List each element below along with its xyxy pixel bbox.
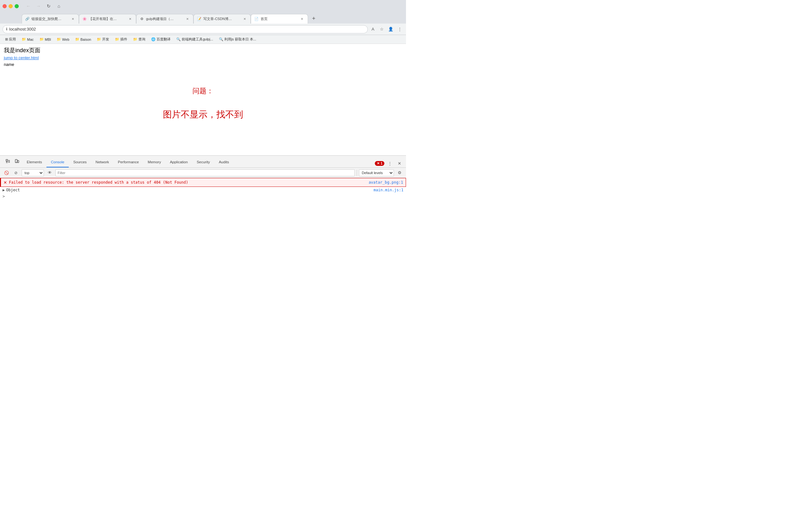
- search-icon-js: 🔍: [219, 37, 223, 41]
- bookmark-baison[interactable]: 📁 Baison: [73, 37, 94, 42]
- tab-title-2: 【花开有期】在…: [89, 16, 126, 21]
- bookmark-label-js: 利用js 获取本日 本...: [224, 37, 256, 42]
- bookmark-web[interactable]: 📁 Web: [54, 37, 72, 42]
- devtools-tab-bar: Elements Console Sources Network Perform…: [0, 156, 406, 168]
- bookmark-apps[interactable]: ⊞ 应用: [3, 36, 18, 42]
- tab-3[interactable]: ⚙ gulp构建项目（… ✕: [136, 14, 193, 24]
- close-button[interactable]: [3, 4, 7, 8]
- folder-icon-plugins: 📁: [115, 37, 119, 41]
- bookmark-label-apps: 应用: [9, 37, 16, 42]
- tab-audits[interactable]: Audits: [215, 157, 233, 167]
- forward-button[interactable]: →: [34, 2, 43, 10]
- bookmark-label-plugins: 插件: [120, 37, 127, 42]
- filter-eye-button[interactable]: 👁: [46, 169, 53, 177]
- search-icon-gulp: 🔍: [176, 37, 181, 41]
- bookmark-label-baison: Baison: [81, 38, 91, 41]
- translate-button[interactable]: A: [369, 26, 377, 33]
- devtools-panel: Elements Console Sources Network Perform…: [0, 155, 406, 254]
- tab-close-5[interactable]: ✕: [300, 16, 305, 22]
- console-error-file2[interactable]: main.min.js:1: [373, 188, 403, 192]
- minimize-button[interactable]: [9, 4, 13, 8]
- console-error-file1[interactable]: avatar_bg.png:1: [369, 180, 403, 184]
- log-levels-select[interactable]: Default levels: [359, 169, 394, 176]
- tab-title-5: 首页: [261, 16, 298, 21]
- address-bar-actions: A ☆ 👤 ⋮: [369, 26, 403, 33]
- bookmark-baidu[interactable]: 🌐 百度翻译: [148, 36, 173, 42]
- tab-console[interactable]: Console: [46, 157, 69, 167]
- inspect-element-button[interactable]: [4, 157, 12, 166]
- svg-rect-0: [6, 160, 8, 161]
- bookmark-mbi[interactable]: 📁 MBI: [37, 37, 54, 42]
- tab-title-3: gulp构建项目（…: [146, 16, 183, 21]
- tab-title-1: 链接提交_加快爬…: [32, 16, 69, 21]
- page-body: 我是index页面 jump to center.html name 问题： 图…: [0, 44, 406, 155]
- tab-2[interactable]: 🌸 【花开有期】在… ✕: [79, 14, 136, 24]
- folder-icon-baison: 📁: [75, 37, 80, 41]
- console-settings-button[interactable]: ⚙: [396, 169, 403, 177]
- folder-icon: 📁: [21, 37, 26, 41]
- devtools-more-button[interactable]: ⋮: [386, 159, 394, 167]
- devtools-right-actions: ✕ 1 ⋮ ✕: [375, 159, 406, 167]
- tab-favicon-4: 📝: [197, 17, 201, 21]
- tab-bar: 🔗 链接提交_加快爬… ✕ 🌸 【花开有期】在… ✕ ⚙ gulp构建项目（… …: [0, 12, 406, 24]
- object-expand-arrow[interactable]: ▶: [3, 188, 5, 192]
- home-button[interactable]: ⌂: [54, 2, 63, 10]
- tab-close-2[interactable]: ✕: [128, 16, 133, 22]
- tab-1[interactable]: 🔗 链接提交_加快爬… ✕: [21, 14, 79, 24]
- profile-button[interactable]: 👤: [387, 26, 395, 33]
- bookmark-plugins[interactable]: 📁 插件: [112, 36, 130, 42]
- bookmark-dev[interactable]: 📁 开发: [94, 36, 112, 42]
- block-requests-button[interactable]: ⊘: [12, 169, 20, 177]
- tab-performance[interactable]: Performance: [114, 157, 143, 167]
- tab-favicon-5: 📄: [254, 17, 259, 21]
- page-link[interactable]: jump to center.html: [4, 55, 402, 60]
- filter-input[interactable]: [55, 169, 355, 176]
- tab-application[interactable]: Application: [166, 157, 192, 167]
- security-icon: ℹ: [6, 27, 7, 31]
- console-toolbar: 🚫 ⊘ top 👁 Default levels ⚙: [0, 168, 406, 178]
- new-tab-button[interactable]: +: [309, 14, 318, 23]
- tab-elements[interactable]: Elements: [22, 157, 46, 167]
- console-object-row: ▶ Object main.min.js:1: [0, 187, 406, 193]
- error-count: 1: [380, 161, 382, 165]
- bookmark-js[interactable]: 🔍 利用js 获取本日 本...: [216, 36, 259, 42]
- clear-console-button[interactable]: 🚫: [3, 169, 10, 177]
- apps-icon: ⊞: [5, 37, 8, 41]
- menu-button[interactable]: ⋮: [396, 26, 403, 33]
- reload-button[interactable]: ↻: [44, 2, 53, 10]
- tab-network[interactable]: Network: [91, 157, 113, 167]
- bookmark-mac[interactable]: 📁 Mac: [19, 37, 36, 42]
- address-bar-row: ℹ localhost:3002 A ☆ 👤 ⋮: [0, 24, 406, 35]
- tab-close-3[interactable]: ✕: [185, 16, 190, 22]
- bookmark-button[interactable]: ☆: [378, 26, 386, 33]
- object-label: Object: [6, 188, 20, 192]
- error-icon: ✕: [377, 161, 379, 165]
- tab-5[interactable]: 📄 首页 ✕: [251, 14, 308, 24]
- tab-close-4[interactable]: ✕: [242, 16, 247, 22]
- maximize-button[interactable]: [15, 4, 19, 8]
- folder-icon-web: 📁: [57, 37, 61, 41]
- address-bar[interactable]: ℹ localhost:3002: [3, 25, 368, 33]
- devtools-left-actions: [3, 155, 22, 167]
- console-error-row: ✕ Failed to load resource: the server re…: [0, 178, 406, 187]
- device-toolbar-button[interactable]: [13, 157, 21, 166]
- title-bar: ← → ↻ ⌂: [0, 0, 406, 12]
- page-content: 我是index页面 jump to center.html name 问题： 图…: [0, 44, 406, 254]
- tab-close-1[interactable]: ✕: [70, 16, 76, 22]
- tab-memory[interactable]: Memory: [143, 157, 166, 167]
- page-problem-detail: 图片不显示，找不到: [4, 109, 402, 121]
- tab-network-label: Network: [95, 160, 109, 164]
- back-button[interactable]: ←: [24, 2, 33, 10]
- tab-audits-label: Audits: [219, 160, 229, 164]
- devtools-close-button[interactable]: ✕: [395, 159, 403, 167]
- tab-4[interactable]: 📝 写文章-CSDN博… ✕: [193, 14, 251, 24]
- tab-security[interactable]: Security: [192, 157, 215, 167]
- console-messages: ✕ Failed to load resource: the server re…: [0, 178, 406, 254]
- tab-security-label: Security: [197, 160, 210, 164]
- context-select[interactable]: top: [21, 169, 44, 176]
- bookmark-gulp[interactable]: 🔍 前端构建工具gulpj...: [174, 36, 215, 42]
- bookmark-query[interactable]: 📁 查询: [130, 36, 148, 42]
- translate-icon: 🌐: [151, 37, 155, 41]
- tab-sources[interactable]: Sources: [69, 157, 91, 167]
- bookmark-label-query: 查询: [138, 37, 145, 42]
